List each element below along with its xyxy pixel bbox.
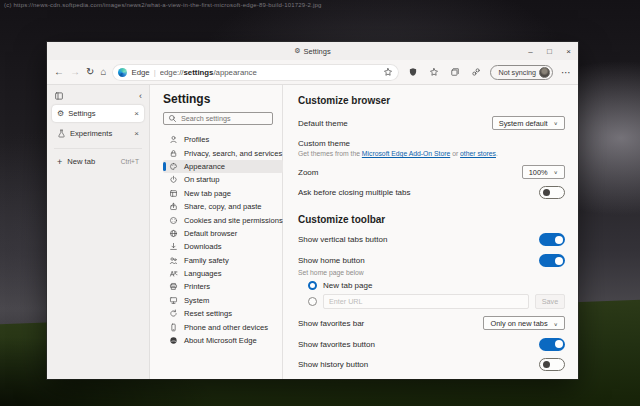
collapse-pane-icon[interactable]: ‹	[139, 91, 142, 101]
default-theme-select[interactable]: System default ∨	[492, 116, 565, 130]
window-title-text: Settings	[304, 47, 331, 56]
sidebar-item-share-copy-paste[interactable]: Share, copy, and paste	[163, 200, 283, 213]
show-history-button-toggle[interactable]	[539, 358, 565, 371]
custom-url-radio-row: Enter URL Save	[308, 294, 565, 309]
show-vertical-tabs-label: Show vertical tabs button	[298, 235, 387, 244]
vertical-tabs-panel: ‹ ⚙ Settings × Experiments × + N	[47, 85, 150, 379]
extension-shield-icon[interactable]	[408, 67, 418, 77]
new-tab-page-radio-row[interactable]: New tab page	[308, 281, 565, 290]
section-title-customize-browser: Customize browser	[298, 95, 565, 106]
add-favorite-star-icon[interactable]	[383, 67, 393, 77]
screenshot-stage: (c) https://news-cdn.softpedia.com/image…	[0, 0, 640, 406]
back-icon[interactable]: ←	[54, 67, 64, 77]
globe-icon	[169, 229, 178, 238]
close-button[interactable]: ×	[559, 42, 578, 60]
edge-logo-icon	[118, 68, 127, 77]
chevron-down-icon: ∨	[554, 320, 558, 326]
search-icon	[168, 114, 177, 123]
save-button[interactable]: Save	[535, 294, 565, 309]
show-vertical-tabs-toggle[interactable]	[539, 233, 565, 246]
addon-store-link[interactable]: Microsoft Edge Add-On Store	[362, 150, 450, 157]
sidebar-item-printers[interactable]: Printers	[163, 280, 283, 293]
new-tab-shortcut: Ctrl+T	[121, 158, 139, 165]
lock-icon	[169, 149, 178, 158]
sidebar-item-phone-devices[interactable]: Phone and other devices	[163, 320, 283, 333]
edge-browser-window: ⚙ Settings – □ × ← → ↻ ⌂ Edge | edge://s…	[47, 42, 578, 379]
monitor-icon	[169, 296, 178, 305]
sync-status-label: Not syncing	[498, 68, 536, 77]
tab-actions-icon[interactable]	[54, 87, 64, 105]
image-credit-caption: (c) https://news-cdn.softpedia.com/image…	[4, 2, 322, 8]
sidebar-item-appearance[interactable]: Appearance	[163, 160, 283, 173]
layout-icon	[169, 189, 178, 198]
sidebar-item-family-safety[interactable]: Family safety	[163, 254, 283, 267]
more-menu-icon[interactable]: ⋯	[559, 67, 571, 78]
power-icon	[169, 175, 178, 184]
zoom-label: Zoom	[298, 168, 318, 177]
sidebar-item-profiles[interactable]: Profiles	[163, 133, 283, 146]
show-favorites-bar-label: Show favorites bar	[298, 319, 364, 328]
avatar	[539, 67, 550, 78]
search-placeholder: Search settings	[181, 114, 231, 123]
sidebar-item-downloads[interactable]: Downloads	[163, 240, 283, 253]
tab-settings[interactable]: ⚙ Settings ×	[52, 105, 144, 122]
settings-heading: Settings	[163, 92, 282, 106]
radio-checked-icon[interactable]	[308, 281, 317, 290]
radio-unchecked-icon[interactable]	[308, 297, 317, 306]
other-stores-link[interactable]: other stores	[460, 150, 496, 157]
chevron-down-icon: ∨	[554, 120, 558, 126]
settings-nav: Settings Search settings Profiles	[150, 85, 283, 379]
sidebar-item-default-browser[interactable]: Default browser	[163, 227, 283, 240]
sidebar-item-reset-settings[interactable]: Reset settings	[163, 307, 283, 320]
enter-url-input[interactable]: Enter URL	[323, 294, 529, 309]
tab-experiments[interactable]: Experiments ×	[52, 125, 144, 142]
cookie-icon	[169, 216, 178, 225]
share-icon	[169, 202, 178, 211]
edge-logo-icon	[169, 336, 178, 345]
zoom-select[interactable]: 100% ∨	[522, 165, 565, 179]
window-titlebar[interactable]: ⚙ Settings – □ ×	[47, 42, 578, 60]
ask-close-toggle[interactable]	[539, 186, 565, 199]
sidebar-item-new-tab-page[interactable]: New tab page	[163, 187, 283, 200]
favorites-button-icon[interactable]	[429, 67, 439, 77]
extension-link-icon[interactable]	[471, 67, 481, 77]
sidebar-item-cookies[interactable]: Cookies and site permissions	[163, 213, 283, 226]
default-theme-label: Default theme	[298, 119, 348, 128]
show-home-label: Show home button	[298, 256, 365, 265]
profile-sync-button[interactable]: Not syncing	[490, 65, 553, 80]
ask-close-label: Ask before closing multiple tabs	[298, 188, 411, 197]
forward-icon[interactable]: →	[70, 67, 80, 77]
maximize-button[interactable]: □	[540, 42, 559, 60]
close-tab-icon[interactable]: ×	[134, 109, 139, 118]
new-tab-button[interactable]: + New tab Ctrl+T	[52, 154, 144, 169]
minimize-button[interactable]: –	[521, 42, 540, 60]
home-icon[interactable]: ⌂	[100, 67, 106, 77]
window-title: ⚙ Settings	[294, 47, 330, 56]
phone-icon	[169, 323, 178, 332]
gear-icon: ⚙	[294, 47, 300, 55]
address-separator: |	[154, 68, 156, 77]
favorites-bar-select[interactable]: Only on new tabs ∨	[483, 316, 565, 330]
sidebar-item-languages[interactable]: Languages	[163, 267, 283, 280]
sidebar-item-system[interactable]: System	[163, 294, 283, 307]
show-home-toggle[interactable]	[539, 254, 565, 267]
profiles-icon	[169, 135, 178, 144]
chevron-down-icon: ∨	[554, 169, 558, 175]
sidebar-item-privacy[interactable]: Privacy, search, and services	[163, 146, 283, 159]
tabs-divider	[54, 148, 142, 149]
address-bar[interactable]: Edge | edge://settings/appearance	[112, 64, 399, 81]
sidebar-item-on-startup[interactable]: On startup	[163, 173, 283, 186]
close-tab-icon[interactable]: ×	[134, 129, 139, 138]
address-site-label: Edge	[131, 68, 149, 77]
languages-icon	[169, 269, 178, 278]
sidebar-item-about-edge[interactable]: About Microsoft Edge	[163, 334, 283, 347]
download-icon	[169, 242, 178, 251]
home-page-hint: Set home page below	[298, 269, 565, 276]
refresh-icon[interactable]: ↻	[86, 67, 94, 77]
show-collections-button-toggle[interactable]	[539, 379, 565, 380]
show-favorites-button-toggle[interactable]	[539, 338, 565, 351]
collections-icon[interactable]	[450, 67, 460, 77]
section-title-customize-toolbar: Customize toolbar	[298, 214, 565, 225]
settings-content: Customize browser Default theme System d…	[283, 85, 578, 379]
search-input[interactable]: Search settings	[163, 112, 273, 125]
